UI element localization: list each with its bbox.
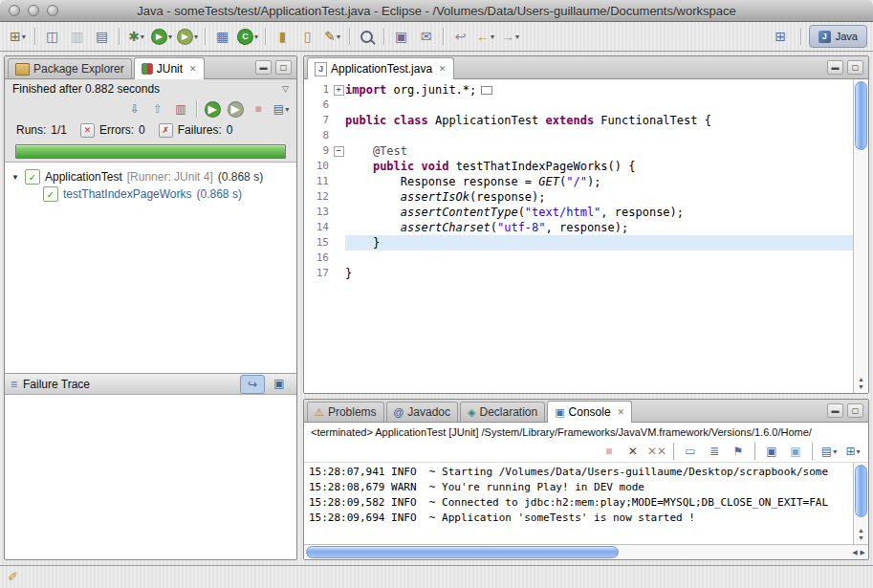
console-horizontal-scrollbar[interactable]: ◀ ▶	[304, 544, 868, 559]
test-tree[interactable]: ▼ ✓ ApplicationTest [Runner: JUnit 4] (0…	[5, 162, 296, 373]
close-editor-tab-icon[interactable]: ✕	[439, 64, 447, 74]
code-area[interactable]: 1+import org.junit.*;67public class Appl…	[304, 79, 853, 393]
show-stderr-button[interactable]: ▣	[784, 442, 807, 461]
title-bar[interactable]: Java - someTests/test/ApplicationTest.ja…	[0, 0, 873, 22]
remove-launch-button[interactable]: ✕	[622, 442, 644, 461]
profile-button[interactable]: ▶▾	[175, 25, 200, 48]
annotation-button[interactable]: ✎▾	[320, 25, 344, 48]
expand-collapse-icon[interactable]: ▼	[11, 173, 20, 182]
last-edit-location-button[interactable]: ↩	[448, 25, 472, 48]
fold-expand-icon[interactable]: +	[334, 85, 344, 96]
close-window-button[interactable]	[9, 5, 20, 16]
view-menu-button[interactable]: ▽	[282, 84, 289, 94]
main-toolbar-icons: ⊞▾◫▥▤✱▾▶▾▶▾▦C▾▮▯✎▾▣✉↩←▾→▾	[6, 25, 769, 48]
open-console-button[interactable]: ⊞▾	[841, 442, 864, 461]
pin-console-button[interactable]: ⚑	[727, 442, 750, 461]
minimize-view-button[interactable]: ▬	[255, 60, 272, 75]
minimize-console-button[interactable]: ▬	[827, 403, 843, 418]
clear-console-button[interactable]: ▭	[679, 442, 702, 461]
open-perspective-button[interactable]: ⊞	[769, 25, 793, 48]
show-failures-only-button[interactable]: ▥	[169, 99, 192, 119]
code-line-10[interactable]: 10 public void testThatIndexPageWorks() …	[304, 159, 853, 174]
open-task-button[interactable]: ▣	[389, 25, 413, 48]
debug-button[interactable]: ✱▾	[124, 25, 148, 48]
code-line-12[interactable]: 12 assertIsOk(response);	[304, 189, 853, 205]
fast-view-icon[interactable]: ✐	[8, 570, 18, 584]
show-previous-failure-button[interactable]: ⇧	[146, 99, 169, 119]
new-wizard-button[interactable]: ⊞▾	[6, 25, 30, 48]
display-selected-console-button[interactable]: ▤▾	[818, 442, 840, 461]
show-trace-in-console-button[interactable]: ↪	[240, 375, 265, 394]
print-button[interactable]: ▤	[90, 25, 114, 48]
back-button[interactable]: ←▾	[473, 25, 497, 48]
test-run-history-button[interactable]: ▤▾	[270, 99, 293, 119]
stop-junit-button[interactable]: ■	[247, 99, 270, 119]
code-line-9[interactable]: 9− @Test	[304, 143, 853, 159]
code-line-7[interactable]: 7public class ApplicationTest extends Fu…	[304, 113, 853, 128]
save-all-button[interactable]: ▥	[65, 25, 89, 48]
minimize-window-button[interactable]	[28, 5, 39, 16]
scroll-up-icon[interactable]: ▲	[858, 376, 864, 383]
scrollbar-thumb[interactable]	[855, 81, 867, 150]
code-line-8[interactable]: 8	[304, 128, 853, 143]
code-line-17[interactable]: 17}	[304, 266, 853, 281]
scroll-right-icon[interactable]: ▶	[861, 549, 865, 556]
tab-console[interactable]: ▣ Console ✕	[547, 401, 632, 423]
scroll-down-icon[interactable]: ▼	[858, 534, 864, 542]
tab-package-explorer[interactable]: Package Explorer	[8, 58, 132, 78]
scrollbar-thumb[interactable]	[855, 465, 867, 517]
scroll-up-icon[interactable]: ▲	[858, 527, 864, 534]
external-tools-button[interactable]: ✉	[414, 25, 438, 48]
rerun-test-button[interactable]: ▶	[201, 99, 224, 119]
open-jar-button[interactable]: ▮	[271, 25, 295, 48]
compare-result-button[interactable]: ▣	[268, 375, 291, 392]
scroll-left-icon[interactable]: ◀	[852, 549, 857, 556]
close-tab-icon[interactable]: ✕	[618, 407, 625, 417]
code-line-1[interactable]: 1+import org.junit.*;	[304, 82, 853, 98]
tab-applicationtest-java[interactable]: J ApplicationTest.java ✕	[307, 57, 454, 79]
fold-collapse-icon[interactable]: −	[334, 146, 344, 157]
code-line-13[interactable]: 13 assertContentType("text/html", respon…	[304, 205, 853, 220]
close-tab-icon[interactable]: ✕	[189, 64, 197, 74]
new-class-button[interactable]: C▾	[235, 25, 260, 48]
tab-javadoc[interactable]: @ Javadoc	[386, 402, 458, 422]
tab-declaration[interactable]: ◈ Declaration	[460, 402, 545, 422]
minimize-editor-button[interactable]: ▬	[827, 60, 843, 75]
console-vertical-scrollbar[interactable]: ▲ ▼	[853, 463, 868, 544]
maximize-console-button[interactable]: ▢	[847, 403, 863, 418]
show-next-failure-button[interactable]: ⇩	[123, 99, 146, 119]
show-stdout-button[interactable]: ▣	[760, 442, 783, 461]
failure-trace-body[interactable]	[5, 395, 296, 559]
new-java-project-button[interactable]: ▦	[210, 25, 234, 48]
forward-button[interactable]: →▾	[498, 25, 522, 48]
test-suite-row[interactable]: ▼ ✓ ApplicationTest [Runner: JUnit 4] (0…	[5, 168, 296, 185]
collapsed-code-icon[interactable]	[481, 86, 492, 95]
scroll-lock-button[interactable]: ≣	[703, 442, 726, 461]
code-line-6[interactable]: 6	[304, 98, 853, 113]
code-line-11[interactable]: 11 Response response = GET("/");	[304, 174, 853, 189]
code-line-15[interactable]: 15 }	[304, 235, 853, 250]
search-button[interactable]	[355, 25, 379, 48]
tab-junit[interactable]: JUnit ✕	[134, 57, 205, 79]
console-log-line: 15:28:09,582 INFO ~ Connected to jdbc:h2…	[309, 495, 853, 511]
terminate-button[interactable]: ■	[598, 442, 621, 461]
code-line-14[interactable]: 14 assertCharset("utf-8", response);	[304, 220, 853, 235]
scroll-down-icon[interactable]: ▼	[858, 383, 864, 391]
export-jar-button[interactable]: ▯	[295, 25, 319, 48]
scrollbar-thumb[interactable]	[306, 546, 619, 558]
tab-problems[interactable]: ⚠ Problems	[307, 402, 384, 422]
zoom-window-button[interactable]	[47, 5, 58, 16]
java-perspective-button[interactable]: J Java	[809, 25, 867, 48]
scrollbar-arrows: ▲ ▼	[854, 376, 868, 391]
run-button[interactable]: ▶▾	[149, 25, 174, 48]
remove-all-terminated-button[interactable]: ✕✕	[645, 442, 668, 461]
save-button[interactable]: ◫	[40, 25, 64, 48]
test-method-row[interactable]: ✓ testThatIndexPageWorks (0.868 s)	[5, 185, 296, 203]
console-output[interactable]: 15:28:07,941 INFO ~ Starting /Volumes/Da…	[304, 463, 853, 544]
rerun-failed-first-button[interactable]: ▶	[224, 99, 247, 119]
editor-vertical-scrollbar[interactable]: ▲ ▼	[853, 79, 868, 393]
toolbar-separator	[196, 100, 197, 118]
maximize-editor-button[interactable]: ▢	[847, 60, 863, 75]
maximize-view-button[interactable]: ▢	[275, 60, 292, 75]
code-line-16[interactable]: 16	[304, 250, 853, 266]
